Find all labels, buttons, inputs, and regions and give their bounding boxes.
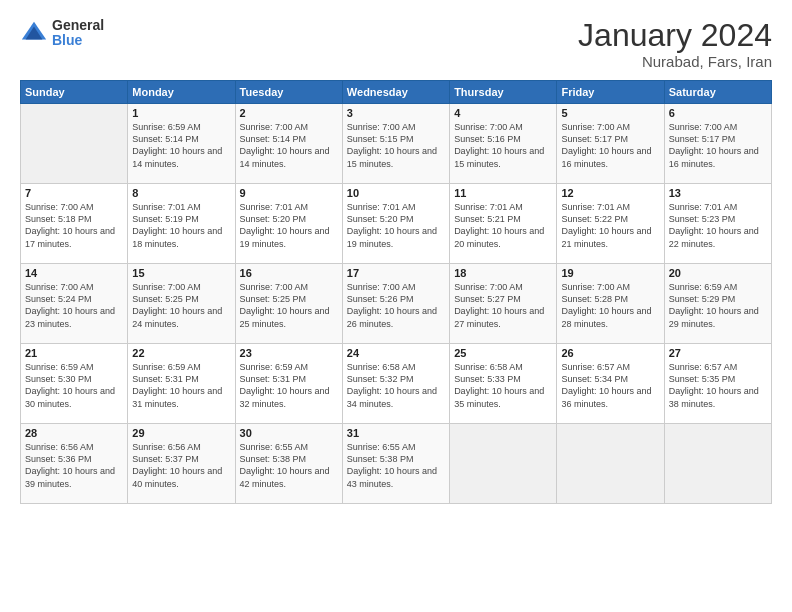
day-number: 22 — [132, 347, 230, 359]
day-cell: 24Sunrise: 6:58 AMSunset: 5:32 PMDayligh… — [342, 344, 449, 424]
column-header-tuesday: Tuesday — [235, 81, 342, 104]
day-cell — [21, 104, 128, 184]
day-info: Sunrise: 7:01 AMSunset: 5:19 PMDaylight:… — [132, 201, 230, 250]
day-cell: 6Sunrise: 7:00 AMSunset: 5:17 PMDaylight… — [664, 104, 771, 184]
calendar-subtitle: Nurabad, Fars, Iran — [578, 53, 772, 70]
header-row: SundayMondayTuesdayWednesdayThursdayFrid… — [21, 81, 772, 104]
day-number: 18 — [454, 267, 552, 279]
day-info: Sunrise: 7:01 AMSunset: 5:23 PMDaylight:… — [669, 201, 767, 250]
day-info: Sunrise: 6:57 AMSunset: 5:35 PMDaylight:… — [669, 361, 767, 410]
day-cell: 31Sunrise: 6:55 AMSunset: 5:38 PMDayligh… — [342, 424, 449, 504]
day-cell: 7Sunrise: 7:00 AMSunset: 5:18 PMDaylight… — [21, 184, 128, 264]
day-cell — [450, 424, 557, 504]
day-info: Sunrise: 7:00 AMSunset: 5:27 PMDaylight:… — [454, 281, 552, 330]
day-cell: 28Sunrise: 6:56 AMSunset: 5:36 PMDayligh… — [21, 424, 128, 504]
day-cell: 21Sunrise: 6:59 AMSunset: 5:30 PMDayligh… — [21, 344, 128, 424]
calendar-title: January 2024 — [578, 18, 772, 53]
day-info: Sunrise: 7:00 AMSunset: 5:16 PMDaylight:… — [454, 121, 552, 170]
day-number: 16 — [240, 267, 338, 279]
day-cell: 27Sunrise: 6:57 AMSunset: 5:35 PMDayligh… — [664, 344, 771, 424]
column-header-monday: Monday — [128, 81, 235, 104]
day-number: 21 — [25, 347, 123, 359]
day-cell: 30Sunrise: 6:55 AMSunset: 5:38 PMDayligh… — [235, 424, 342, 504]
day-info: Sunrise: 7:00 AMSunset: 5:15 PMDaylight:… — [347, 121, 445, 170]
day-cell — [557, 424, 664, 504]
day-cell: 22Sunrise: 6:59 AMSunset: 5:31 PMDayligh… — [128, 344, 235, 424]
day-number: 3 — [347, 107, 445, 119]
week-row-0: 1Sunrise: 6:59 AMSunset: 5:14 PMDaylight… — [21, 104, 772, 184]
week-row-1: 7Sunrise: 7:00 AMSunset: 5:18 PMDaylight… — [21, 184, 772, 264]
day-cell: 29Sunrise: 6:56 AMSunset: 5:37 PMDayligh… — [128, 424, 235, 504]
day-number: 28 — [25, 427, 123, 439]
day-cell: 1Sunrise: 6:59 AMSunset: 5:14 PMDaylight… — [128, 104, 235, 184]
day-info: Sunrise: 6:59 AMSunset: 5:14 PMDaylight:… — [132, 121, 230, 170]
day-cell: 9Sunrise: 7:01 AMSunset: 5:20 PMDaylight… — [235, 184, 342, 264]
day-cell: 25Sunrise: 6:58 AMSunset: 5:33 PMDayligh… — [450, 344, 557, 424]
day-cell: 19Sunrise: 7:00 AMSunset: 5:28 PMDayligh… — [557, 264, 664, 344]
day-info: Sunrise: 7:00 AMSunset: 5:14 PMDaylight:… — [240, 121, 338, 170]
day-number: 31 — [347, 427, 445, 439]
day-info: Sunrise: 7:01 AMSunset: 5:22 PMDaylight:… — [561, 201, 659, 250]
day-info: Sunrise: 7:00 AMSunset: 5:26 PMDaylight:… — [347, 281, 445, 330]
day-number: 6 — [669, 107, 767, 119]
day-cell: 23Sunrise: 6:59 AMSunset: 5:31 PMDayligh… — [235, 344, 342, 424]
header: General Blue January 2024 Nurabad, Fars,… — [20, 18, 772, 70]
week-row-2: 14Sunrise: 7:00 AMSunset: 5:24 PMDayligh… — [21, 264, 772, 344]
day-info: Sunrise: 6:55 AMSunset: 5:38 PMDaylight:… — [347, 441, 445, 490]
day-info: Sunrise: 6:59 AMSunset: 5:31 PMDaylight:… — [240, 361, 338, 410]
day-cell: 3Sunrise: 7:00 AMSunset: 5:15 PMDaylight… — [342, 104, 449, 184]
day-info: Sunrise: 6:59 AMSunset: 5:29 PMDaylight:… — [669, 281, 767, 330]
day-cell: 20Sunrise: 6:59 AMSunset: 5:29 PMDayligh… — [664, 264, 771, 344]
day-cell: 13Sunrise: 7:01 AMSunset: 5:23 PMDayligh… — [664, 184, 771, 264]
column-header-saturday: Saturday — [664, 81, 771, 104]
day-number: 4 — [454, 107, 552, 119]
day-info: Sunrise: 6:58 AMSunset: 5:33 PMDaylight:… — [454, 361, 552, 410]
calendar-table: SundayMondayTuesdayWednesdayThursdayFrid… — [20, 80, 772, 504]
day-info: Sunrise: 7:00 AMSunset: 5:18 PMDaylight:… — [25, 201, 123, 250]
column-header-thursday: Thursday — [450, 81, 557, 104]
day-cell: 5Sunrise: 7:00 AMSunset: 5:17 PMDaylight… — [557, 104, 664, 184]
day-number: 17 — [347, 267, 445, 279]
day-info: Sunrise: 7:01 AMSunset: 5:21 PMDaylight:… — [454, 201, 552, 250]
day-info: Sunrise: 6:56 AMSunset: 5:36 PMDaylight:… — [25, 441, 123, 490]
logo-text: General Blue — [52, 18, 104, 49]
day-number: 5 — [561, 107, 659, 119]
day-number: 19 — [561, 267, 659, 279]
logo: General Blue — [20, 18, 104, 49]
day-info: Sunrise: 7:00 AMSunset: 5:25 PMDaylight:… — [240, 281, 338, 330]
day-number: 15 — [132, 267, 230, 279]
day-number: 13 — [669, 187, 767, 199]
day-cell: 26Sunrise: 6:57 AMSunset: 5:34 PMDayligh… — [557, 344, 664, 424]
day-number: 10 — [347, 187, 445, 199]
day-info: Sunrise: 6:56 AMSunset: 5:37 PMDaylight:… — [132, 441, 230, 490]
day-info: Sunrise: 7:00 AMSunset: 5:28 PMDaylight:… — [561, 281, 659, 330]
day-cell: 17Sunrise: 7:00 AMSunset: 5:26 PMDayligh… — [342, 264, 449, 344]
day-number: 7 — [25, 187, 123, 199]
day-cell: 14Sunrise: 7:00 AMSunset: 5:24 PMDayligh… — [21, 264, 128, 344]
day-info: Sunrise: 7:00 AMSunset: 5:17 PMDaylight:… — [561, 121, 659, 170]
title-area: January 2024 Nurabad, Fars, Iran — [578, 18, 772, 70]
day-info: Sunrise: 7:00 AMSunset: 5:25 PMDaylight:… — [132, 281, 230, 330]
logo-icon — [20, 19, 48, 47]
day-cell: 8Sunrise: 7:01 AMSunset: 5:19 PMDaylight… — [128, 184, 235, 264]
day-info: Sunrise: 6:57 AMSunset: 5:34 PMDaylight:… — [561, 361, 659, 410]
week-row-3: 21Sunrise: 6:59 AMSunset: 5:30 PMDayligh… — [21, 344, 772, 424]
day-number: 11 — [454, 187, 552, 199]
day-info: Sunrise: 6:55 AMSunset: 5:38 PMDaylight:… — [240, 441, 338, 490]
day-info: Sunrise: 7:00 AMSunset: 5:17 PMDaylight:… — [669, 121, 767, 170]
day-cell: 12Sunrise: 7:01 AMSunset: 5:22 PMDayligh… — [557, 184, 664, 264]
day-cell: 15Sunrise: 7:00 AMSunset: 5:25 PMDayligh… — [128, 264, 235, 344]
day-number: 1 — [132, 107, 230, 119]
day-number: 24 — [347, 347, 445, 359]
day-cell: 4Sunrise: 7:00 AMSunset: 5:16 PMDaylight… — [450, 104, 557, 184]
day-cell: 18Sunrise: 7:00 AMSunset: 5:27 PMDayligh… — [450, 264, 557, 344]
column-header-sunday: Sunday — [21, 81, 128, 104]
page: General Blue January 2024 Nurabad, Fars,… — [0, 0, 792, 612]
day-info: Sunrise: 7:00 AMSunset: 5:24 PMDaylight:… — [25, 281, 123, 330]
day-info: Sunrise: 7:01 AMSunset: 5:20 PMDaylight:… — [347, 201, 445, 250]
day-number: 9 — [240, 187, 338, 199]
day-cell: 2Sunrise: 7:00 AMSunset: 5:14 PMDaylight… — [235, 104, 342, 184]
day-number: 29 — [132, 427, 230, 439]
day-cell — [664, 424, 771, 504]
day-info: Sunrise: 6:58 AMSunset: 5:32 PMDaylight:… — [347, 361, 445, 410]
